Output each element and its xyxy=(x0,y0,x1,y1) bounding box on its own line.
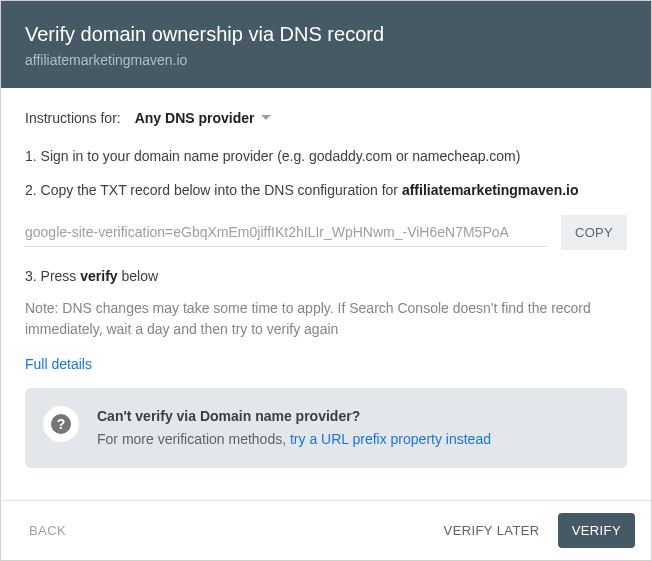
info-box: ? Can't verify via Domain name provider?… xyxy=(25,388,627,468)
info-title: Can't verify via Domain name provider? xyxy=(97,406,491,427)
info-body-prefix: For more verification methods, xyxy=(97,431,290,447)
verify-later-button[interactable]: VERIFY LATER xyxy=(432,513,552,548)
back-button[interactable]: BACK xyxy=(17,513,78,548)
url-prefix-link[interactable]: try a URL prefix property instead xyxy=(290,431,491,447)
provider-selected: Any DNS provider xyxy=(135,110,255,126)
info-body: For more verification methods, try a URL… xyxy=(97,429,491,450)
full-details-link[interactable]: Full details xyxy=(25,356,92,372)
help-icon: ? xyxy=(43,406,79,442)
dns-note: Note: DNS changes may take some time to … xyxy=(25,298,627,340)
verify-domain-dialog: Verify domain ownership via DNS record a… xyxy=(0,0,652,561)
verify-button[interactable]: VERIFY xyxy=(558,513,635,548)
txt-record-input[interactable] xyxy=(25,218,547,247)
dialog-header: Verify domain ownership via DNS record a… xyxy=(1,1,651,88)
txt-record-row: COPY xyxy=(25,215,627,250)
dialog-title: Verify domain ownership via DNS record xyxy=(25,23,627,46)
step-3-suffix: below xyxy=(118,268,158,284)
step-2-prefix: 2. Copy the TXT record below into the DN… xyxy=(25,182,402,198)
provider-dropdown[interactable]: Any DNS provider xyxy=(135,110,271,126)
step-3-prefix: 3. Press xyxy=(25,268,80,284)
step-1: 1. Sign in to your domain name provider … xyxy=(25,146,627,166)
step-2-domain: affiliatemarketingmaven.io xyxy=(402,182,579,198)
instructions-row: Instructions for: Any DNS provider xyxy=(25,110,627,126)
chevron-down-icon xyxy=(261,115,271,121)
step-2: 2. Copy the TXT record below into the DN… xyxy=(25,180,627,200)
instructions-label: Instructions for: xyxy=(25,110,121,126)
step-3-bold: verify xyxy=(80,268,117,284)
dialog-content: Instructions for: Any DNS provider 1. Si… xyxy=(1,88,651,500)
dialog-subtitle: affiliatemarketingmaven.io xyxy=(25,52,627,68)
copy-button[interactable]: COPY xyxy=(561,215,627,250)
step-3: 3. Press verify below xyxy=(25,268,627,284)
dialog-footer: BACK VERIFY LATER VERIFY xyxy=(1,500,651,560)
